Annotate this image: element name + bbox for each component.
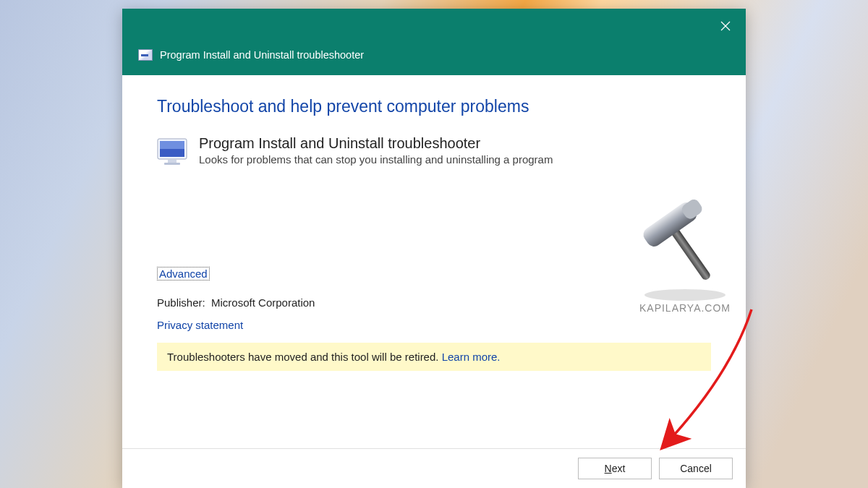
- title-row: Program Install and Uninstall troublesho…: [138, 49, 364, 61]
- content-area: Troubleshoot and help prevent computer p…: [122, 75, 746, 448]
- troubleshooter-dialog: Program Install and Uninstall troublesho…: [122, 9, 746, 488]
- svg-rect-4: [160, 141, 184, 149]
- watermark: KAPILARYA.COM: [627, 188, 743, 314]
- svg-rect-8: [668, 224, 712, 281]
- hammer-icon: [627, 188, 743, 304]
- program-text: Program Install and Uninstall troublesho…: [199, 135, 553, 166]
- monitor-icon: [157, 138, 187, 166]
- cancel-button[interactable]: Cancel: [659, 458, 733, 479]
- retirement-notice: Troubleshooters have moved and this tool…: [157, 343, 711, 371]
- dialog-footer: Next Cancel: [122, 448, 746, 488]
- titlebar: Program Install and Uninstall troublesho…: [122, 9, 746, 75]
- program-title: Program Install and Uninstall troublesho…: [199, 135, 553, 152]
- program-description: Looks for problems that can stop you ins…: [199, 153, 553, 166]
- svg-rect-6: [164, 163, 180, 165]
- advanced-link[interactable]: Advanced: [157, 267, 210, 281]
- svg-rect-5: [168, 160, 176, 163]
- publisher-name: Microsoft Corporation: [211, 296, 315, 309]
- next-button[interactable]: Next: [578, 458, 652, 479]
- next-label: ext: [612, 463, 626, 474]
- svg-rect-10: [680, 197, 705, 221]
- publisher-line: Publisher: Microsoft Corporation: [157, 296, 711, 309]
- program-row: Program Install and Uninstall troublesho…: [157, 135, 711, 166]
- dialog-title: Program Install and Uninstall troublesho…: [160, 49, 364, 61]
- notice-text: Troubleshooters have moved and this tool…: [167, 351, 442, 363]
- page-heading: Troubleshoot and help prevent computer p…: [157, 97, 711, 116]
- svg-rect-9: [641, 200, 700, 249]
- learn-more-link[interactable]: Learn more.: [442, 351, 501, 363]
- close-icon: [720, 21, 731, 31]
- privacy-link[interactable]: Privacy statement: [157, 319, 711, 331]
- close-button[interactable]: [715, 16, 736, 36]
- publisher-label: Publisher:: [157, 296, 205, 309]
- troubleshooter-icon: [138, 49, 153, 61]
